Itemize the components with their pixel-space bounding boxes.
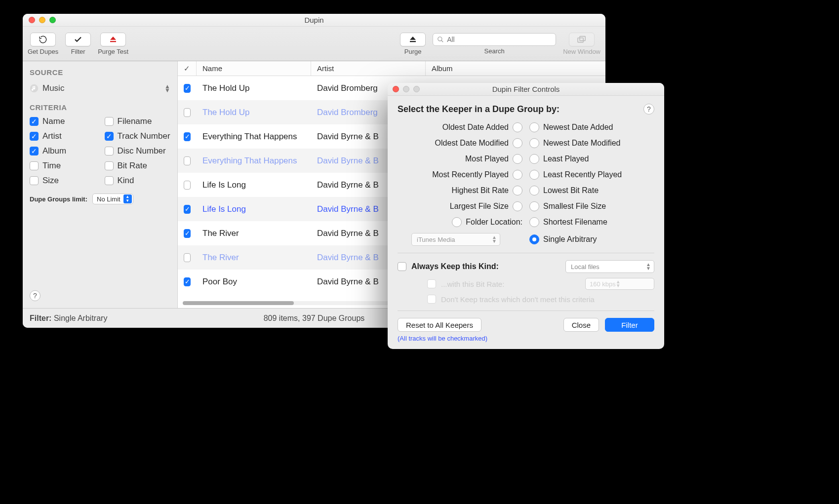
row-checkbox[interactable]: ✓ (184, 229, 191, 238)
traffic-lights (29, 17, 56, 23)
criteria-bit-rate[interactable]: Bit Rate (105, 161, 171, 171)
criteria-size[interactable]: Size (30, 176, 96, 186)
minimize-window-button[interactable] (39, 17, 45, 23)
radio-option[interactable] (529, 122, 539, 132)
close-button[interactable]: Close (563, 318, 599, 332)
radio-single-arbitrary[interactable] (529, 234, 539, 244)
refresh-icon (39, 35, 47, 44)
row-checkbox[interactable]: ✓ (184, 132, 191, 141)
radio-row-right: Least Recently Played (529, 170, 654, 180)
filter-apply-button[interactable]: Filter (605, 318, 654, 332)
col-artist[interactable]: Artist (311, 61, 426, 76)
search-field[interactable] (433, 33, 556, 46)
col-name[interactable]: Name (197, 61, 311, 76)
svg-rect-0 (110, 41, 116, 42)
row-name: The Hold Up (197, 83, 311, 93)
chevron-updown-icon: ▲▼ (492, 235, 497, 243)
dialog-minimize-button (403, 86, 409, 92)
always-keep-checkbox[interactable] (398, 262, 406, 271)
toolbar: Get Dupes Filter Purge Test (23, 27, 605, 61)
dont-keep-checkbox (427, 295, 436, 304)
dupe-limit-select[interactable]: No Limit ▲▼ (92, 194, 133, 204)
radio-row-right: Lowest Bit Rate (529, 186, 654, 195)
col-album[interactable]: Album (426, 61, 605, 76)
kind-select[interactable]: Local files ▲▼ (565, 260, 654, 273)
folder-location-select[interactable]: iTunes Media ▲▼ (411, 233, 500, 246)
reset-button[interactable]: Reset to All Keepers (398, 318, 481, 332)
criteria-track-number[interactable]: ✓Track Number (105, 131, 171, 141)
radio-row-right: Smallest File Size (529, 201, 654, 211)
row-checkbox[interactable]: ✓ (184, 205, 191, 214)
radio-folder-location[interactable] (452, 217, 462, 227)
dialog-note: (All tracks will be checkmarked) (388, 332, 664, 342)
row-checkbox[interactable]: ✓ (184, 277, 191, 286)
row-checkbox[interactable] (184, 156, 191, 165)
dont-keep-label: Don't Keep tracks which don't meet this … (441, 295, 595, 304)
row-name: Life Is Long (197, 204, 311, 214)
purge-group: Purge (400, 33, 426, 55)
dont-keep-row: Don't Keep tracks which don't meet this … (398, 295, 654, 304)
radio-option[interactable] (513, 154, 522, 164)
criteria-disc-number[interactable]: Disc Number (105, 146, 171, 156)
folder-location-value: iTunes Media (417, 236, 455, 243)
divider (398, 310, 654, 311)
svg-rect-4 (580, 36, 585, 40)
radio-option[interactable] (513, 201, 522, 211)
divider (398, 253, 654, 253)
help-button[interactable]: ? (30, 290, 40, 301)
scrollbar-thumb[interactable] (183, 301, 294, 305)
source-select[interactable]: Music ▲▼ (30, 81, 170, 95)
criteria-time[interactable]: Time (30, 161, 96, 171)
radio-option[interactable] (529, 138, 539, 148)
row-checkbox[interactable] (184, 181, 191, 190)
row-checkbox[interactable] (184, 253, 191, 262)
zoom-window-button[interactable] (49, 17, 56, 23)
criteria-kind[interactable]: Kind (105, 176, 171, 186)
get-dupes-group: Get Dupes (28, 33, 58, 55)
single-arbitrary-row: Single Arbitrary (529, 233, 654, 246)
radio-option[interactable] (513, 170, 522, 180)
row-name: Everything That Happens (197, 132, 311, 142)
always-keep-label: Always Keep this Kind: (411, 262, 499, 271)
chevron-updown-icon: ▲▼ (164, 84, 170, 92)
row-name: Life Is Long (197, 180, 311, 190)
new-window-group: New Window (563, 33, 600, 55)
col-check[interactable]: ✓ (178, 61, 197, 76)
row-checkbox[interactable] (184, 108, 191, 117)
status-filter-label: Filter: (30, 314, 51, 322)
radio-option[interactable] (513, 186, 522, 195)
windows-icon (577, 36, 587, 43)
row-name: The Hold Up (197, 108, 311, 117)
row-checkbox[interactable]: ✓ (184, 84, 191, 93)
row-name: Poor Boy (197, 277, 311, 287)
row-name: The River (197, 229, 311, 238)
dialog-close-button[interactable] (393, 86, 399, 92)
chevron-updown-icon: ▲▼ (646, 263, 651, 271)
radio-row-right: Newest Date Modified (529, 138, 654, 148)
purge-test-button[interactable] (100, 33, 126, 46)
bitrate-select: 160 kbps ▲▼ (585, 278, 654, 290)
radio-option[interactable] (529, 154, 539, 164)
get-dupes-button[interactable] (30, 33, 56, 46)
check-icon (74, 35, 82, 44)
with-bitrate-checkbox (427, 279, 436, 288)
radio-option[interactable] (529, 170, 539, 180)
radio-shortest-filename[interactable] (529, 217, 539, 227)
radio-option[interactable] (529, 201, 539, 211)
criteria-album[interactable]: ✓Album (30, 146, 96, 156)
radio-option[interactable] (529, 186, 539, 195)
close-window-button[interactable] (29, 17, 35, 23)
criteria-name[interactable]: ✓Name (30, 116, 96, 126)
purge-label: Purge (404, 48, 422, 55)
dialog-help-button[interactable]: ? (643, 104, 654, 115)
criteria-artist[interactable]: ✓Artist (30, 131, 96, 141)
new-window-button (569, 33, 595, 46)
radio-option[interactable] (513, 138, 522, 148)
search-input[interactable] (447, 36, 552, 43)
purge-button[interactable] (400, 33, 426, 46)
radio-row-left: Largest File Size (398, 201, 522, 211)
filter-button[interactable] (65, 33, 91, 46)
search-icon (437, 36, 444, 43)
criteria-filename[interactable]: Filename (105, 116, 171, 126)
radio-option[interactable] (513, 122, 522, 132)
